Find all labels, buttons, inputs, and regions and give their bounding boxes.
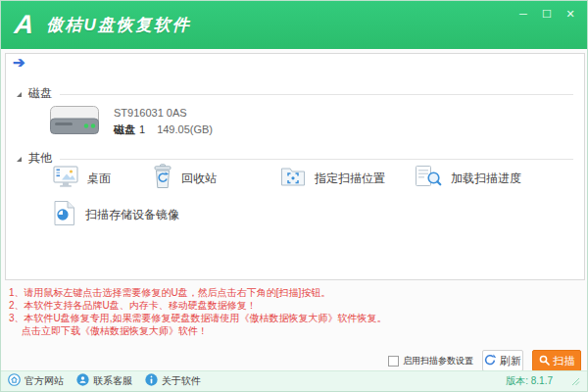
download-link-line[interactable]: 点击立即下载《傲桔数据恢复大师》软件！ (9, 324, 581, 337)
about-icon (145, 372, 158, 390)
window-controls: ─ ☐ ✕ (516, 7, 577, 21)
scan-params-label: 启用扫描参数设置 (403, 355, 473, 368)
forward-arrow-icon[interactable]: ➔ (13, 54, 25, 72)
disk-info: ST916031 0AS 磁盘1149.05(GB) (114, 107, 213, 137)
version-text: 版本: 8.1.7 (506, 374, 553, 388)
item-label: 桌面 (87, 171, 111, 187)
disk-model: ST916031 0AS (114, 107, 213, 119)
item-scan-location[interactable]: 指定扫描位置 (280, 162, 385, 195)
resize-grip[interactable] (571, 372, 580, 390)
refresh-label: 刷新 (500, 354, 521, 368)
expander-icon[interactable] (17, 157, 22, 162)
home-icon (8, 372, 21, 390)
refresh-icon (484, 354, 496, 368)
status-bar: 官方网站 联系客服 关于软件 版本: 8.1.7 (1, 370, 587, 391)
minimize-button[interactable]: ─ (516, 7, 530, 21)
section-divider (60, 159, 573, 160)
about-software-link[interactable]: 关于软件 (145, 372, 201, 390)
scan-label: 扫描 (554, 354, 575, 368)
disk-details: 磁盘1149.05(GB) (114, 122, 213, 137)
item-load-scan-progress[interactable]: 加载扫描进度 (415, 162, 521, 195)
app-window: A 傲桔U盘恢复软件 ─ ☐ ✕ ➔ 磁盘 (0, 0, 588, 392)
status-link-label: 联系客服 (93, 374, 132, 388)
scan-params-checkbox[interactable] (388, 356, 399, 367)
expander-icon[interactable] (17, 92, 22, 97)
item-device-image[interactable]: 扫描存储设备镜像 (53, 198, 179, 231)
close-button[interactable]: ✕ (564, 7, 577, 21)
device-image-icon (53, 200, 76, 230)
section-header-disk[interactable]: 磁盘 (17, 86, 573, 100)
maximize-button[interactable]: ☐ (540, 7, 554, 21)
content-panel: ➔ 磁盘 ST916031 0AS 磁盘1149.05(GB) (5, 53, 585, 280)
item-label: 回收站 (181, 171, 217, 187)
app-title: 傲桔U盘恢复软件 (47, 14, 191, 36)
item-label: 扫描存储设备镜像 (85, 207, 179, 223)
titlebar: A 傲桔U盘恢复软件 ─ ☐ ✕ (1, 1, 587, 49)
official-website-link[interactable]: 官方网站 (8, 372, 64, 390)
warning-line: 2、本软件支持各品牌U盘、内存卡、移动硬盘数据修复！ (9, 299, 581, 312)
item-desktop[interactable]: 桌面 (53, 162, 111, 195)
item-recycle-bin[interactable]: 回收站 (153, 162, 217, 195)
refresh-button[interactable]: 刷新 (482, 350, 523, 371)
section-label: 其他 (28, 150, 52, 167)
scan-location-icon (280, 166, 306, 191)
warning-line: 3、本软件U盘修复专用,如果需要修复硬盘数据请使用《傲桔数据恢复大师》软件恢复。 (9, 312, 581, 324)
action-bar: 启用扫描参数设置 刷新 扫描 (388, 349, 581, 372)
item-label: 指定扫描位置 (315, 171, 385, 187)
status-link-label: 关于软件 (162, 374, 201, 388)
status-link-label: 官方网站 (24, 374, 64, 388)
scan-params-option[interactable]: 启用扫描参数设置 (388, 355, 473, 368)
warning-notes: 1、请用鼠标左键点击选择需要修复的U盘，然后点击右下角的[扫描]按钮。 2、本软… (9, 286, 581, 337)
contact-support-link[interactable]: 联系客服 (76, 372, 132, 390)
desktop-icon (53, 165, 78, 192)
load-scan-progress-icon (415, 165, 442, 192)
hard-drive-icon (49, 105, 100, 139)
item-label: 加载扫描进度 (451, 171, 521, 187)
disk-item[interactable]: ST916031 0AS 磁盘1149.05(GB) (49, 105, 213, 139)
recycle-bin-icon (153, 164, 172, 193)
app-logo: A (14, 12, 35, 38)
support-icon (76, 372, 89, 390)
section-divider (60, 94, 573, 95)
magnifier-icon (539, 355, 550, 368)
scan-button[interactable]: 扫描 (532, 350, 581, 371)
section-label: 磁盘 (28, 85, 52, 102)
warning-line: 1、请用鼠标左键点击选择需要修复的U盘，然后点击右下角的[扫描]按钮。 (9, 286, 581, 299)
